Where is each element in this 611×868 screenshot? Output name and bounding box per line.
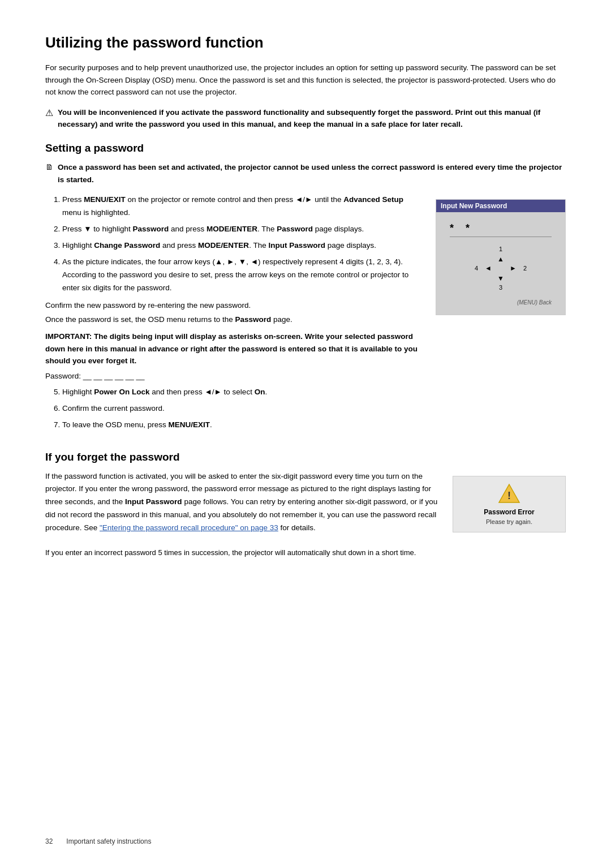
arrow-right: ► <box>510 264 517 272</box>
steps-section: Press MENU/EXIT on the projector or remo… <box>45 194 424 435</box>
digit-right: 2 <box>523 265 527 272</box>
page-number: 32 <box>45 837 53 845</box>
footer-label: Important safety instructions <box>66 837 151 845</box>
important-note: IMPORTANT: The digits being input will d… <box>45 330 424 367</box>
intro-paragraph: For security purposes and to help preven… <box>45 62 566 98</box>
extra-steps-list: Highlight Power On Lock and then press ◄… <box>62 386 424 432</box>
password-image-body: * * 1 ▲ 4 ◄ ► 2 ▼ <box>436 212 565 315</box>
note-icon: 🗎 <box>45 162 53 171</box>
recall-link[interactable]: "Entering the password recall procedure"… <box>100 523 278 532</box>
note-box: 🗎 Once a password has been set and activ… <box>45 161 566 186</box>
content-area: Press MENU/EXIT on the projector or remo… <box>45 194 566 435</box>
osd-return-text: Once the password is set, the OSD menu r… <box>45 313 424 326</box>
section1-title: Setting a password <box>45 142 566 154</box>
steps-list: Press MENU/EXIT on the projector or remo… <box>62 194 424 295</box>
error-subtitle: Please try again. <box>486 518 532 525</box>
down-row: ▼ <box>497 274 504 282</box>
top-row: 1 <box>499 244 502 255</box>
arrow-layout: 1 ▲ 4 ◄ ► 2 ▼ 3 <box>445 239 556 298</box>
password-image-panel: Input New Password * * 1 ▲ 4 ◄ ► 2 <box>436 199 566 315</box>
page-title: Utilizing the password function <box>45 34 566 51</box>
section2-title: If you forget the password <box>45 451 566 463</box>
password-blank: Password: __ __ __ __ __ __ <box>45 372 424 380</box>
forget-text: If the password function is activated, y… <box>45 470 441 535</box>
step-7: To leave the OSD menu, press MENU/EXIT. <box>62 419 424 432</box>
note-text: Once a password has been set and activat… <box>58 161 566 186</box>
error-triangle-icon: ! <box>498 483 520 504</box>
error-inner: ! Password Error Please try again. <box>484 483 534 525</box>
page-footer: 32 Important safety instructions <box>45 837 151 845</box>
bottom-row: 3 <box>499 282 502 294</box>
step-6: Confirm the current password. <box>62 402 424 415</box>
digit-top: 1 <box>499 244 502 255</box>
password-asterisks: * * <box>450 222 474 234</box>
digit-left: 4 <box>475 265 478 272</box>
arrow-up: ▲ <box>497 255 504 263</box>
password-image-header: Input New Password <box>436 200 565 212</box>
arrow-down: ▼ <box>497 274 504 282</box>
warning-icon: ⚠ <box>45 108 53 118</box>
forget-paragraph-2: If you enter an incorrect password 5 tim… <box>45 547 566 559</box>
middle-row: ▲ <box>497 255 504 263</box>
lr-row: 4 ◄ ► 2 <box>475 264 527 272</box>
forget-paragraph-1: If the password function is activated, y… <box>45 470 441 535</box>
back-label: (MENU) Back <box>445 298 556 308</box>
confirm-text: Confirm the new password by re-entering … <box>45 299 424 312</box>
forget-section: If the password function is activated, y… <box>45 470 566 535</box>
svg-text:!: ! <box>507 490 511 501</box>
step-2: Press ▼ to highlight Password and press … <box>62 223 424 236</box>
digit-bottom: 3 <box>499 282 502 294</box>
step-3: Highlight Change Password and press MODE… <box>62 239 424 252</box>
step-5: Highlight Power On Lock and then press ◄… <box>62 386 424 399</box>
step-1: Press MENU/EXIT on the projector or remo… <box>62 194 424 220</box>
warning-box: ⚠ You will be inconvenienced if you acti… <box>45 106 566 131</box>
error-title: Password Error <box>484 508 534 516</box>
step-4: As the picture indicates, the four arrow… <box>62 256 424 295</box>
arrow-left: ◄ <box>485 264 492 272</box>
error-image-panel: ! Password Error Please try again. <box>453 476 566 532</box>
warning-text: You will be inconvenienced if you activa… <box>58 106 566 131</box>
